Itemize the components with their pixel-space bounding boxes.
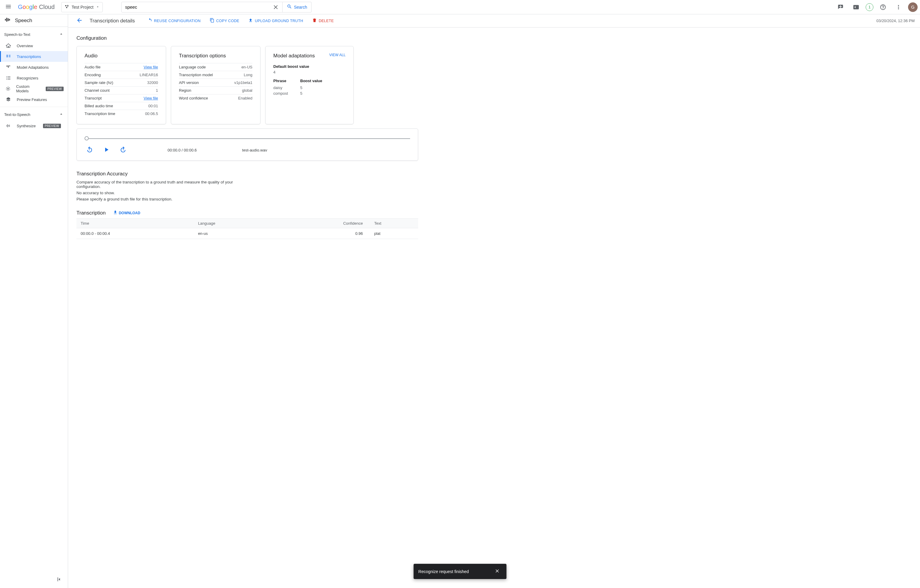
- sidebar-item-label: Transcriptions: [17, 54, 41, 59]
- cloud-word: Cloud: [39, 3, 55, 10]
- svg-rect-3: [5, 19, 6, 21]
- replay-5-icon: 5: [86, 146, 93, 154]
- kv-row: API versionv1p1beta1: [179, 79, 253, 86]
- phrase-cell: compost: [273, 91, 291, 96]
- sidebar-item-overview[interactable]: Overview: [0, 40, 68, 51]
- search-button-label: Search: [294, 5, 307, 10]
- sidebar-group-stt-title: Speech-to-Text: [4, 32, 30, 37]
- sidebar-item-label: Overview: [17, 44, 33, 48]
- kv-key: Language code: [179, 65, 206, 69]
- view-file-link[interactable]: View file: [144, 65, 158, 69]
- sidebar-item-label: Synthesize: [17, 124, 36, 128]
- svg-rect-6: [9, 19, 10, 21]
- svg-point-2: [66, 7, 67, 8]
- custom-models-icon: [5, 86, 11, 91]
- svg-rect-5: [8, 18, 9, 21]
- adaptations-icon: [5, 65, 11, 70]
- project-icon: [65, 4, 69, 10]
- svg-rect-12: [6, 125, 7, 127]
- preview-icon: [5, 97, 11, 102]
- download-icon: [113, 210, 118, 216]
- search-input[interactable]: [125, 4, 272, 10]
- kv-row: EncodingLINEAR16: [84, 71, 158, 79]
- sidebar-item-recognizers[interactable]: Recognizers: [0, 73, 68, 83]
- project-name-label: Test Project: [72, 5, 94, 10]
- delete-button[interactable]: DELETE: [310, 16, 336, 25]
- sidebar-group-tts-header[interactable]: Text-to-Speech: [0, 109, 68, 120]
- config-cards: Audio Audio fileView fileEncodingLINEAR1…: [76, 46, 418, 124]
- sidebar-item-label: Model Adaptations: [17, 65, 49, 70]
- replay-5-button[interactable]: 5: [84, 145, 95, 155]
- speech-product-icon: [4, 16, 11, 24]
- sidebar-collapse-button[interactable]: [53, 573, 65, 586]
- free-trial-badge[interactable]: 1: [866, 3, 873, 11]
- sidebar-group-stt-header[interactable]: Speech-to-Text: [0, 29, 68, 40]
- copy-icon: [210, 18, 214, 24]
- boost-cell: 5: [300, 91, 302, 96]
- gemini-icon[interactable]: [834, 1, 847, 13]
- sidebar-product-title: Speech: [15, 18, 32, 24]
- more-vert-icon[interactable]: [892, 1, 904, 13]
- account-avatar[interactable]: G: [908, 2, 918, 12]
- player-seek-track[interactable]: [84, 135, 410, 141]
- cell-time: 00:00.0 - 00:00.4: [76, 228, 194, 239]
- svg-rect-13: [8, 124, 8, 128]
- sidebar: Speech Speech-to-Text Overview Transcrip…: [0, 15, 68, 588]
- gcp-logo[interactable]: Google Cloud: [18, 3, 58, 10]
- kv-row: Channel count1: [84, 86, 158, 94]
- kv-key: Billed audio time: [84, 104, 113, 108]
- caret-down-icon: [96, 5, 99, 10]
- adapt-table: Phrase Boost value daisy5compost5: [273, 79, 346, 96]
- accuracy-heading: Transcription Accuracy: [76, 171, 418, 177]
- seek-thumb[interactable]: [84, 136, 89, 141]
- cell-text: plat: [370, 228, 418, 239]
- play-button[interactable]: [101, 145, 112, 155]
- svg-rect-9: [9, 65, 10, 66]
- arrow-back-icon: [76, 17, 83, 24]
- reuse-icon: [147, 18, 152, 24]
- default-boost-label: Default boost value: [273, 64, 346, 69]
- sidebar-product-header[interactable]: Speech: [0, 15, 68, 27]
- upload-ground-truth-button[interactable]: UPLOAD GROUND TRUTH: [246, 16, 306, 25]
- kv-value: 32000: [147, 80, 158, 85]
- search-button[interactable]: Search: [283, 2, 311, 13]
- col-confidence: Confidence: [274, 219, 370, 228]
- phrase-cell: daisy: [273, 86, 291, 90]
- copy-label: COPY CODE: [216, 19, 240, 23]
- accuracy-none: No accuracy to show.: [76, 191, 244, 195]
- kv-value: LINEAR16: [140, 73, 158, 77]
- toast-close-button[interactable]: [492, 568, 502, 575]
- view-all-link[interactable]: VIEW ALL: [329, 53, 346, 57]
- sidebar-item-transcriptions[interactable]: Transcriptions: [0, 51, 68, 62]
- sidebar-item-custom-models[interactable]: Custom Models PREVIEW: [0, 83, 68, 94]
- reuse-label: REUSE CONFIGURATION: [154, 19, 201, 23]
- svg-point-10: [8, 88, 9, 90]
- search-container: Search: [121, 2, 311, 13]
- sidebar-item-preview-features[interactable]: Preview Features: [0, 94, 68, 105]
- project-picker[interactable]: Test Project: [61, 2, 103, 12]
- kv-value: 1: [156, 88, 158, 92]
- sidebar-item-synthesize[interactable]: Synthesize PREVIEW: [0, 120, 68, 131]
- track-line: [86, 138, 410, 139]
- download-button[interactable]: DOWNLOAD: [111, 210, 142, 216]
- adapt-row: daisy5: [273, 85, 346, 91]
- sidebar-item-model-adaptations[interactable]: Model Adaptations: [0, 62, 68, 73]
- forward-5-button[interactable]: 5: [118, 145, 128, 155]
- options-card: Transcription options Language codeen-US…: [171, 46, 261, 124]
- search-box[interactable]: [121, 2, 283, 13]
- svg-rect-14: [8, 125, 9, 127]
- kv-key: Sample rate (hz): [84, 80, 113, 85]
- cloud-shell-icon[interactable]: [850, 1, 862, 13]
- help-icon[interactable]: [877, 1, 889, 13]
- reuse-configuration-button[interactable]: REUSE CONFIGURATION: [145, 16, 203, 25]
- kv-key: Transcription model: [179, 73, 213, 77]
- upload-icon: [248, 18, 253, 24]
- kv-row: Word confidenceEnabled: [179, 94, 253, 102]
- cell-conf: 0.96: [274, 228, 370, 239]
- hamburger-menu-button[interactable]: [2, 1, 15, 13]
- copy-code-button[interactable]: COPY CODE: [207, 16, 242, 25]
- view-file-link[interactable]: View file: [144, 96, 158, 100]
- back-button[interactable]: [73, 15, 86, 27]
- svg-point-11: [6, 87, 10, 91]
- clear-search-icon[interactable]: [272, 3, 279, 11]
